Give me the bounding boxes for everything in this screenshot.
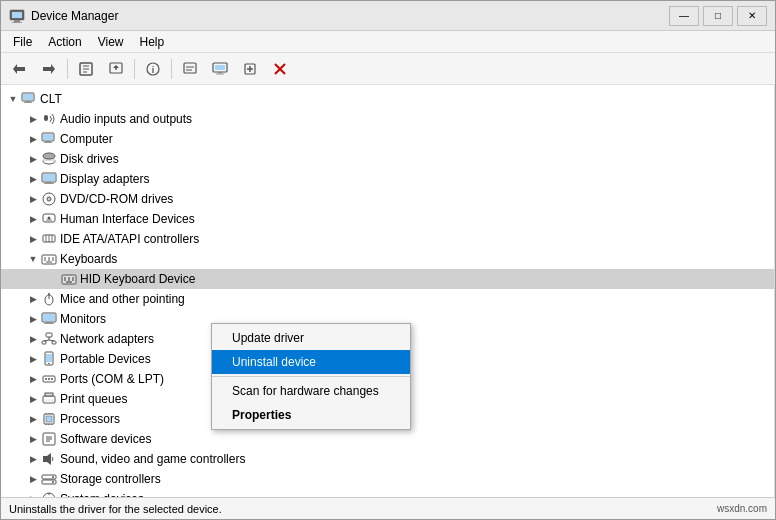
keyboards-label: Keyboards bbox=[60, 252, 774, 266]
update-driver-button[interactable] bbox=[102, 56, 130, 82]
status-right-text: wsxdn.com bbox=[717, 503, 767, 514]
monitors-expand[interactable]: ▶ bbox=[25, 311, 41, 327]
title-bar-left: Device Manager bbox=[9, 8, 118, 24]
storage-expand[interactable]: ▶ bbox=[25, 471, 41, 487]
context-menu-separator bbox=[212, 376, 410, 377]
portable-label: Portable Devices bbox=[60, 352, 774, 366]
tree-item-audio[interactable]: ▶ Audio inputs and outputs bbox=[1, 109, 774, 129]
tree-item-software[interactable]: ▶ Software devices bbox=[1, 429, 774, 449]
svg-rect-28 bbox=[23, 94, 33, 100]
forward-button[interactable] bbox=[35, 56, 63, 82]
processor-icon bbox=[41, 411, 57, 427]
svg-point-44 bbox=[47, 197, 51, 201]
context-menu: Update driver Uninstall device Scan for … bbox=[211, 323, 411, 430]
svg-marker-5 bbox=[43, 64, 55, 74]
keyboards-expand[interactable]: ▼ bbox=[25, 251, 41, 267]
processors-expand[interactable]: ▶ bbox=[25, 411, 41, 427]
context-uninstall-device[interactable]: Uninstall device bbox=[212, 350, 410, 374]
display-label: Display adapters bbox=[60, 172, 774, 186]
context-properties[interactable]: Properties bbox=[212, 403, 410, 427]
add-button[interactable] bbox=[236, 56, 264, 82]
svg-point-85 bbox=[45, 378, 47, 380]
svg-rect-1 bbox=[12, 12, 22, 18]
context-update-driver[interactable]: Update driver bbox=[212, 326, 410, 350]
close-button[interactable]: ✕ bbox=[737, 6, 767, 26]
tree-item-hid-keyboard[interactable]: ▶ HID Keyboard Device bbox=[1, 269, 774, 289]
mice-expand[interactable]: ▶ bbox=[25, 291, 41, 307]
tree-view[interactable]: ▼ CLT ▶ bbox=[1, 85, 775, 497]
toolbar-sep-2 bbox=[134, 59, 135, 79]
hid-icon bbox=[41, 211, 57, 227]
svg-line-79 bbox=[44, 340, 49, 341]
audio-expand[interactable]: ▶ bbox=[25, 111, 41, 127]
svg-point-70 bbox=[48, 293, 50, 295]
toolbar-sep-1 bbox=[67, 59, 68, 79]
svg-rect-73 bbox=[46, 322, 52, 323]
mice-label: Mice and other pointing bbox=[60, 292, 774, 306]
remove-button[interactable] bbox=[266, 56, 294, 82]
system-label: System devices bbox=[60, 492, 774, 497]
svg-rect-2 bbox=[14, 20, 20, 22]
context-scan-hardware[interactable]: Scan for hardware changes bbox=[212, 379, 410, 403]
menu-help[interactable]: Help bbox=[132, 31, 173, 53]
processors-label: Processors bbox=[60, 412, 774, 426]
display-expand[interactable]: ▶ bbox=[25, 171, 41, 187]
tree-item-sound[interactable]: ▶ Sound, video and game controllers bbox=[1, 449, 774, 469]
properties-button[interactable] bbox=[72, 56, 100, 82]
ide-expand[interactable]: ▶ bbox=[25, 231, 41, 247]
scan-button[interactable] bbox=[176, 56, 204, 82]
svg-rect-29 bbox=[26, 101, 30, 102]
dvd-expand[interactable]: ▶ bbox=[25, 191, 41, 207]
network-expand[interactable]: ▶ bbox=[25, 331, 41, 347]
tree-item-dvd[interactable]: ▶ DVD/CD-ROM drives bbox=[1, 189, 774, 209]
svg-rect-103 bbox=[43, 456, 47, 462]
print-expand[interactable]: ▶ bbox=[25, 391, 41, 407]
disk-expand[interactable]: ▶ bbox=[25, 151, 41, 167]
svg-rect-33 bbox=[43, 134, 53, 140]
ports-label: Ports (COM & LPT) bbox=[60, 372, 774, 386]
svg-text:i: i bbox=[152, 65, 155, 75]
monitor-button[interactable] bbox=[206, 56, 234, 82]
minimize-button[interactable]: — bbox=[669, 6, 699, 26]
device-manager-window: Device Manager — □ ✕ File Action View He… bbox=[0, 0, 776, 520]
tree-item-keyboards[interactable]: ▼ Keyboards bbox=[1, 249, 774, 269]
portable-icon bbox=[41, 351, 57, 367]
menu-action[interactable]: Action bbox=[40, 31, 89, 53]
hid-expand[interactable]: ▶ bbox=[25, 211, 41, 227]
computer-expand[interactable]: ▶ bbox=[25, 131, 41, 147]
tree-item-disk[interactable]: ▶ Disk drives bbox=[1, 149, 774, 169]
maximize-button[interactable]: □ bbox=[703, 6, 733, 26]
root-expand[interactable]: ▼ bbox=[5, 91, 21, 107]
computer-icon bbox=[21, 91, 37, 107]
network-label: Network adapters bbox=[60, 332, 774, 346]
storage-label: Storage controllers bbox=[60, 472, 774, 486]
svg-rect-76 bbox=[42, 341, 46, 344]
svg-rect-3 bbox=[12, 22, 22, 23]
svg-point-107 bbox=[52, 476, 54, 478]
tree-item-computer[interactable]: ▶ Computer bbox=[1, 129, 774, 149]
portable-expand[interactable]: ▶ bbox=[25, 351, 41, 367]
audio-icon bbox=[41, 111, 57, 127]
sound-expand[interactable]: ▶ bbox=[25, 451, 41, 467]
tree-item-hid[interactable]: ▶ Human Interface Devices bbox=[1, 209, 774, 229]
display-icon bbox=[41, 171, 57, 187]
tree-item-system[interactable]: ▶ System devices bbox=[1, 489, 774, 497]
tree-item-storage[interactable]: ▶ Storage controllers bbox=[1, 469, 774, 489]
menu-view[interactable]: View bbox=[90, 31, 132, 53]
back-button[interactable] bbox=[5, 56, 33, 82]
software-label: Software devices bbox=[60, 432, 774, 446]
tree-item-ide[interactable]: ▶ IDE ATA/ATAPI controllers bbox=[1, 229, 774, 249]
info-button[interactable]: i bbox=[139, 56, 167, 82]
tree-root[interactable]: ▼ CLT bbox=[1, 89, 774, 109]
tree-item-display[interactable]: ▶ Display adapters bbox=[1, 169, 774, 189]
ports-expand[interactable]: ▶ bbox=[25, 371, 41, 387]
software-expand[interactable]: ▶ bbox=[25, 431, 41, 447]
disk-label: Disk drives bbox=[60, 152, 774, 166]
svg-marker-104 bbox=[47, 453, 51, 465]
menu-file[interactable]: File bbox=[5, 31, 40, 53]
tree-item-mice[interactable]: ▶ Mice and other pointing bbox=[1, 289, 774, 309]
mice-icon bbox=[41, 291, 57, 307]
uninstall-device-label: Uninstall device bbox=[232, 355, 316, 369]
svg-rect-42 bbox=[44, 183, 54, 184]
system-expand[interactable]: ▶ bbox=[25, 491, 41, 497]
